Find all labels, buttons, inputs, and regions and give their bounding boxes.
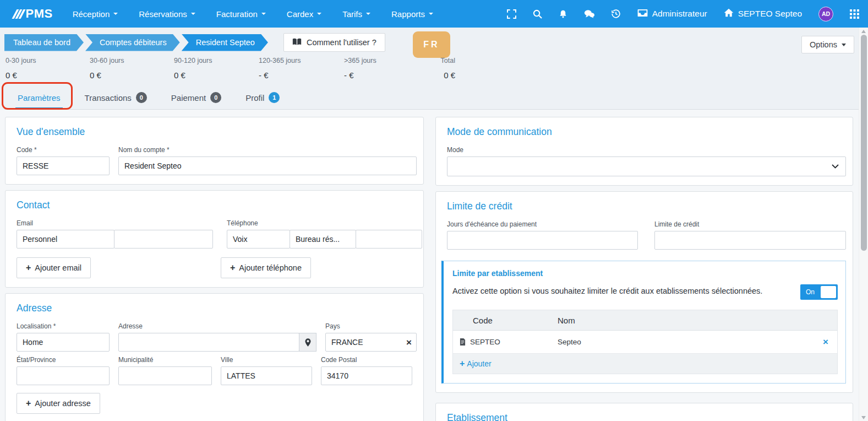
fullscreen-icon[interactable] (507, 9, 516, 19)
state-field[interactable] (17, 366, 110, 385)
email-label: Email (17, 219, 213, 227)
history-icon[interactable] (611, 9, 621, 19)
overview-title: Vue d'ensemble (17, 126, 417, 138)
country-field[interactable] (325, 333, 417, 352)
user-menu[interactable]: Administrateur (637, 9, 707, 19)
credit-limit-panel: Limite de crédit Jours d'échéance du pai… (435, 191, 853, 393)
communication-panel: Mode de communication Mode (435, 117, 853, 186)
due-days-field[interactable] (447, 231, 638, 250)
postal-code-field[interactable] (321, 366, 412, 385)
email-field[interactable] (114, 230, 213, 249)
chevron-down-icon (317, 13, 321, 15)
clear-country-icon[interactable]: × (406, 338, 412, 347)
language-badge[interactable]: FR (413, 31, 450, 58)
map-pin-icon (305, 338, 311, 347)
phone-type-select[interactable]: Voix (227, 230, 290, 249)
menu-reception[interactable]: Réception (73, 9, 118, 19)
address-title: Adresse (17, 303, 417, 314)
limit-toggle[interactable]: On (800, 284, 838, 300)
menu-rapports[interactable]: Rapports (391, 9, 433, 19)
app-logo[interactable]: PMS (14, 7, 53, 21)
table-header: Code Nom (453, 310, 837, 331)
chat-icon[interactable] (584, 9, 594, 19)
tab-parametres[interactable]: Paramètres (15, 87, 63, 109)
main-menu: Réception Réservations Facturation Carde… (73, 9, 433, 19)
column-code: Code (453, 316, 558, 325)
establishments-table: Code Nom SEPTEO Septeo × +Ajo (452, 310, 838, 374)
aging-bucket-90-120: 90-120 jours 0 € (174, 57, 259, 80)
chevron-down-icon (191, 13, 195, 15)
add-establishment-button[interactable]: +Ajouter (460, 359, 492, 369)
tab-profil[interactable]: Profil 1 (243, 87, 282, 109)
city-label: Ville (221, 356, 312, 364)
menu-reservations[interactable]: Réservations (139, 9, 195, 19)
scrollbar-down-arrow[interactable] (861, 416, 866, 419)
phone-subtype-select[interactable]: Bureau rés... (290, 230, 356, 249)
city-field[interactable] (221, 366, 312, 385)
aging-bucket-30-60: 30-60 jours 0 € (90, 57, 174, 80)
breadcrumb-resident-septeo[interactable]: Resident Septeo (182, 34, 268, 51)
menu-facturation[interactable]: Facturation (216, 9, 266, 19)
tab-transactions[interactable]: Transactions 0 (83, 87, 149, 109)
chevron-down-icon (832, 164, 839, 169)
user-label: Administrateur (652, 9, 707, 19)
menu-cardex[interactable]: Cardex (287, 9, 321, 19)
country-label: Pays (325, 322, 417, 330)
phone-field[interactable] (356, 230, 422, 249)
avatar[interactable]: AD (818, 7, 833, 21)
chevron-down-icon (842, 44, 846, 46)
municipality-field[interactable] (118, 366, 212, 385)
document-icon (460, 338, 466, 346)
breadcrumb-dashboard[interactable]: Tableau de bord (4, 34, 84, 51)
due-days-label: Jours d'échéance du paiement (447, 220, 638, 228)
code-label: Code * (17, 146, 110, 154)
credit-limit-field[interactable] (654, 231, 846, 250)
page-scrollbar[interactable] (859, 28, 868, 421)
mode-label: Mode (447, 146, 846, 154)
bell-icon[interactable] (559, 9, 567, 19)
profil-count-badge: 1 (269, 92, 280, 103)
contact-title: Contact (17, 199, 417, 211)
state-label: État/Province (17, 356, 110, 364)
property-menu[interactable]: SEPTEO Septeo (724, 8, 802, 19)
email-type-select[interactable]: Personnel (17, 230, 114, 249)
add-address-button[interactable]: +Ajouter adresse (17, 393, 100, 414)
menu-tarifs[interactable]: Tarifs (342, 9, 370, 19)
add-email-button[interactable]: +Ajouter email (17, 257, 91, 278)
contact-panel: Contact Email Personnel Téléphone Voix (5, 190, 424, 288)
location-label: Localisation * (17, 322, 110, 330)
postal-code-label: Code Postal (321, 356, 412, 364)
callout-description: Activez cette option si vous souhaitez l… (452, 284, 762, 295)
options-button[interactable]: Options (801, 36, 854, 53)
location-field[interactable] (17, 333, 110, 352)
municipality-label: Municipalité (118, 356, 212, 364)
top-navbar: PMS Réception Réservations Facturation C… (0, 0, 868, 28)
code-field[interactable] (17, 156, 110, 175)
home-icon (724, 8, 734, 19)
tab-paiement[interactable]: Paiement 0 (169, 87, 223, 109)
scrollbar-up-arrow[interactable] (861, 30, 866, 33)
aging-summary: 0-30 jours 0 € 30-60 jours 0 € 90-120 jo… (4, 57, 860, 80)
apps-grid-icon[interactable] (850, 9, 859, 19)
account-tabs: Paramètres Transactions 0 Paiement 0 Pro… (4, 87, 860, 110)
account-name-field[interactable] (118, 156, 417, 175)
property-label: SEPTEO Septeo (738, 9, 802, 19)
search-icon[interactable] (533, 9, 542, 19)
remove-establishment-icon[interactable]: × (823, 337, 837, 347)
scrollbar-thumb[interactable] (861, 35, 867, 251)
table-footer: +Ajouter (453, 354, 837, 374)
mode-select[interactable] (447, 156, 846, 176)
logo-text: PMS (26, 7, 53, 21)
logo-stripes-icon (14, 9, 23, 19)
street-field[interactable] (118, 333, 299, 352)
help-button[interactable]: Comment l'utiliser ? (283, 33, 385, 52)
map-pin-button[interactable] (299, 333, 316, 352)
account-name-label: Nom du compte * (118, 146, 417, 154)
add-phone-button[interactable]: +Ajouter téléphone (221, 257, 311, 278)
breadcrumb-comptes-debiteurs[interactable]: Comptes débiteurs (85, 34, 180, 51)
page: PMS Réception Réservations Facturation C… (0, 0, 868, 421)
column-nom: Nom (558, 316, 575, 325)
address-panel: Adresse Localisation * Adresse (5, 293, 424, 421)
content-area: Vue d'ensemble Code * Nom du compte * Co… (0, 110, 868, 421)
phone-label: Téléphone (227, 219, 422, 227)
